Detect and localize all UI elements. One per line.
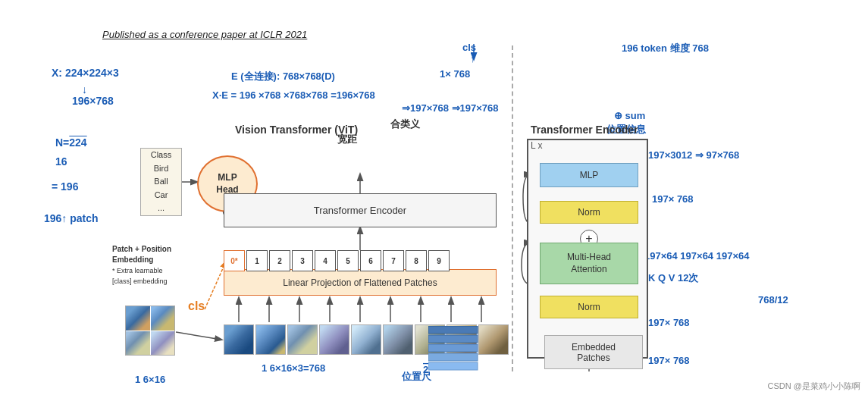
token-7: 7 — [383, 250, 404, 271]
vit-label: Vision Transformer (ViT) — [235, 124, 358, 136]
token-6: 6 — [360, 250, 381, 271]
te-main-box: Transformer Encoder — [224, 193, 497, 227]
token-8: 8 — [406, 250, 427, 271]
annotation-768-12: 768/12 — [758, 294, 788, 306]
annotation-right-shape: ⇒197×768 ⇒197×768 — [402, 102, 499, 114]
lp-box: Linear Projection of Flattened Patches — [224, 269, 497, 296]
svg-rect-25 — [428, 335, 478, 343]
annotation-token-196: 196 token 维度 768 — [622, 42, 709, 55]
source-image — [125, 306, 175, 356]
svg-rect-28 — [428, 362, 478, 370]
annotation-1x768: 1× 768 — [440, 68, 470, 80]
svg-rect-27 — [428, 353, 478, 361]
watermark: CSDN @是菜鸡小小陈啊 — [768, 381, 860, 392]
annotation-hehe: 合类义 — [390, 118, 420, 131]
annotation-n-16: 16 — [55, 155, 67, 168]
patch-embed-label: Patch + PositionEmbedding * Extra learna… — [112, 244, 196, 287]
annotation-n-calc: N=224 — [55, 136, 87, 149]
annotation-xe-calc: X·E = 196 ×768 ×768×768 =196×768 — [212, 89, 375, 101]
patch-4 — [319, 324, 349, 355]
bird-label: Bird — [154, 162, 169, 176]
svg-rect-26 — [428, 344, 478, 352]
lp-label: Linear Projection of Flattened Patches — [283, 277, 437, 288]
patch-embed-title: Patch + PositionEmbedding — [112, 245, 171, 264]
annotation-196-768: 196×768 — [72, 95, 114, 107]
patch-9 — [478, 324, 509, 355]
patch-1 — [224, 324, 254, 355]
img-tile-4 — [151, 331, 175, 356]
token-1: 1 — [246, 250, 268, 271]
ball-label: Ball — [154, 175, 168, 189]
patch-3 — [287, 324, 318, 355]
norm-box-1: Norm — [540, 201, 638, 224]
class-box: Class Bird Ball Car ... — [140, 148, 182, 216]
annotation-sum: ⊕ sum — [614, 110, 645, 121]
annotation-cls-arrow: ↑ — [470, 53, 475, 64]
annotation-patch-size: 1 6×16×3=768 — [262, 362, 325, 374]
te-right-label: Transformer Encoder — [531, 124, 638, 136]
mlp-head-label: MLPHead — [216, 172, 238, 196]
token-5: 5 — [337, 250, 359, 271]
annotation-dim-197-3012: 197×3012 ⇒ 97×768 — [648, 149, 739, 161]
token-2: 2 — [269, 250, 290, 271]
ellipsis-label: ... — [158, 202, 165, 215]
published-text: Published as a conference paper at ICLR … — [102, 29, 307, 40]
annotation-n-equals: = 196 — [52, 180, 78, 193]
svg-line-19 — [205, 262, 226, 309]
annotation-arrow-down: ↓ — [82, 83, 87, 96]
embedded-patches-label: EmbeddedPatches — [572, 342, 616, 363]
norm-label-1: Norm — [578, 207, 600, 218]
annotation-x-shape: X: 224×224×3 — [52, 67, 119, 79]
stack-lines — [428, 326, 481, 371]
annotation-dim-197-64: 197×64 197×64 197×64 — [644, 250, 749, 262]
car-label: Car — [155, 189, 168, 202]
annotation-patches: 196↑ patch — [44, 212, 99, 224]
annotation-16x16: 1 6×16 — [135, 374, 165, 385]
lx-label: L x — [531, 140, 543, 151]
mha-label: Multi-HeadAttention — [567, 252, 611, 275]
annotation-dim-197-768b: 197× 768 — [648, 317, 690, 328]
token-9: 9 — [428, 250, 450, 271]
page-container: Published as a conference paper at ICLR … — [0, 0, 868, 398]
annotation-e-label: E (全连接): 768×768(D) — [231, 70, 335, 83]
annotation-cls-top: cls — [462, 42, 476, 53]
mha-box: Multi-HeadAttention — [540, 243, 638, 284]
class-label: Class — [151, 149, 172, 162]
annotation-dim-bottom: 197× 768 — [648, 355, 690, 366]
annotation-dim-197-768a: 197× 768 — [652, 193, 694, 205]
svg-line-12 — [176, 332, 221, 340]
annotation-cls-orange: cls — [188, 299, 205, 313]
patch-5 — [351, 324, 381, 355]
te-main-label: Transformer Encoder — [314, 205, 406, 216]
cls-token: 0* — [224, 250, 245, 271]
mlp-box: MLP — [540, 163, 638, 187]
tokens-row: 0* 1 2 3 4 5 6 7 8 9 — [224, 250, 450, 271]
mlp-label: MLP — [580, 170, 599, 180]
extra-cls-label: * Extra learnable[class] embedding — [112, 267, 168, 285]
embedded-patches-box: EmbeddedPatches — [544, 335, 643, 369]
img-tile-1 — [126, 306, 150, 331]
img-tile-2 — [151, 306, 175, 331]
norm-box-2: Norm — [540, 296, 638, 318]
img-tile-3 — [126, 331, 150, 356]
norm-label-2: Norm — [578, 302, 600, 312]
patch-2 — [255, 324, 286, 355]
separator-line — [512, 45, 513, 371]
token-4: 4 — [315, 250, 336, 271]
svg-rect-24 — [428, 326, 478, 334]
token-3: 3 — [292, 250, 313, 271]
patch-6 — [383, 324, 413, 355]
annotation-kqv: K Q V 12次 — [648, 271, 698, 285]
